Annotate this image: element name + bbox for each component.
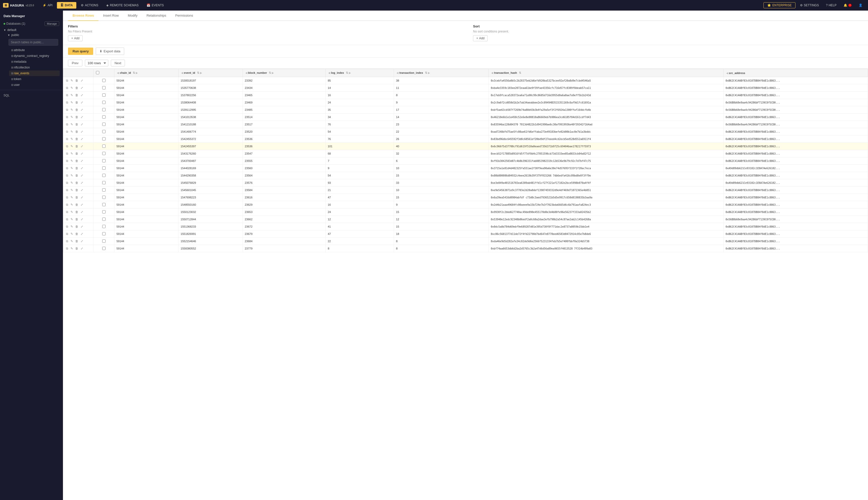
delete-row-button[interactable]: 🗑	[75, 195, 79, 200]
copy-row-button[interactable]: ⧉	[65, 195, 69, 200]
delete-row-button[interactable]: 🗑	[75, 181, 79, 185]
delete-row-button[interactable]: 🗑	[75, 137, 79, 141]
row-checkbox[interactable]	[102, 167, 105, 170]
edit-row-button[interactable]: ✎	[70, 151, 74, 156]
manage-button[interactable]: Manage	[45, 21, 59, 26]
delete-row-button[interactable]: 🗑	[75, 144, 79, 149]
tree-public[interactable]: ▼ public	[6, 33, 61, 37]
expand-row-button[interactable]: ⤢	[80, 246, 84, 251]
edit-row-button[interactable]: ✎	[70, 202, 74, 207]
expand-row-button[interactable]: ⤢	[80, 151, 84, 156]
row-checkbox[interactable]	[102, 108, 105, 111]
copy-row-button[interactable]: ⧉	[65, 115, 69, 120]
expand-row-button[interactable]: ⤢	[80, 159, 84, 163]
edit-row-button[interactable]: ✎	[70, 195, 74, 200]
row-checkbox[interactable]	[102, 217, 105, 221]
expand-row-button[interactable]: ⤢	[80, 122, 84, 127]
delete-row-button[interactable]: 🗑	[75, 217, 79, 221]
copy-row-button[interactable]: ⧉	[65, 224, 69, 229]
delete-row-button[interactable]: 🗑	[75, 159, 79, 163]
copy-row-button[interactable]: ⧉	[65, 181, 69, 185]
edit-row-button[interactable]: ✎	[70, 93, 74, 98]
sidebar-item-token[interactable]: ⊞token	[9, 76, 60, 82]
edit-row-button[interactable]: ✎	[70, 78, 74, 83]
delete-row-button[interactable]: 🗑	[75, 224, 79, 229]
tab-permissions[interactable]: Permissions	[171, 11, 198, 21]
copy-row-button[interactable]: ⧉	[65, 100, 69, 105]
tab-modify[interactable]: Modify	[123, 11, 142, 21]
sidebar-item-metadata[interactable]: ⊞metadata	[9, 59, 60, 65]
expand-row-button[interactable]: ⤢	[80, 188, 84, 192]
row-checkbox[interactable]	[102, 159, 105, 162]
edit-row-button[interactable]: ✎	[70, 246, 74, 251]
sort-icon[interactable]: ⇅	[133, 71, 135, 74]
th-block_number[interactable]: ◀ block_number ⇅ ▶	[243, 69, 326, 77]
expand-row-button[interactable]: ⤢	[80, 217, 84, 221]
sort-icon[interactable]: ⇅	[346, 71, 348, 74]
expand-row-button[interactable]: ⤢	[80, 78, 84, 83]
edit-row-button[interactable]: ✎	[70, 159, 74, 163]
search-tables-input[interactable]	[9, 39, 58, 46]
rows-per-page-select[interactable]: 100 rows 50 rows 200 rows	[85, 60, 108, 67]
tab-relationships[interactable]: Relationships	[142, 11, 171, 21]
sort-icon[interactable]: ⇅	[519, 71, 521, 74]
delete-row-button[interactable]: 🗑	[75, 107, 79, 112]
expand-row-button[interactable]: ⤢	[80, 129, 84, 134]
edit-row-button[interactable]: ✎	[70, 100, 74, 105]
delete-row-button[interactable]: 🗑	[75, 210, 79, 214]
th-log_index[interactable]: ◀ log_index ⇅ ▶	[326, 69, 394, 77]
copy-row-button[interactable]: ⧉	[65, 107, 69, 112]
row-checkbox[interactable]	[102, 203, 105, 206]
sort-icon[interactable]: ⇅	[197, 71, 199, 74]
copy-row-button[interactable]: ⧉	[65, 137, 69, 141]
prev-button[interactable]: Prev	[68, 60, 82, 67]
row-checkbox[interactable]	[102, 174, 105, 177]
expand-row-button[interactable]: ⤢	[80, 137, 84, 141]
expand-row-button[interactable]: ⤢	[80, 93, 84, 98]
notification-bell[interactable]: 🔔 7	[841, 2, 854, 8]
copy-row-button[interactable]: ⧉	[65, 173, 69, 178]
row-checkbox[interactable]	[102, 130, 105, 133]
edit-row-button[interactable]: ✎	[70, 86, 74, 90]
copy-row-button[interactable]: ⧉	[65, 246, 69, 251]
select-all-checkbox[interactable]	[96, 71, 99, 74]
row-checkbox[interactable]	[102, 115, 105, 118]
row-checkbox[interactable]	[102, 145, 105, 148]
delete-row-button[interactable]: 🗑	[75, 166, 79, 170]
nav-api[interactable]: ⚡ API	[39, 2, 56, 9]
delete-row-button[interactable]: 🗑	[75, 239, 79, 243]
edit-row-button[interactable]: ✎	[70, 231, 74, 236]
sidebar-item-user[interactable]: ⊞user	[9, 82, 60, 88]
sort-add-button[interactable]: + Add	[473, 35, 488, 41]
sort-icon[interactable]: ⇅	[269, 71, 271, 74]
copy-row-button[interactable]: ⧉	[65, 202, 69, 207]
edit-row-button[interactable]: ✎	[70, 188, 74, 192]
copy-row-button[interactable]: ⧉	[65, 239, 69, 243]
sort-icon[interactable]: ⇅	[425, 71, 427, 74]
copy-row-button[interactable]: ⧉	[65, 129, 69, 134]
edit-row-button[interactable]: ✎	[70, 115, 74, 120]
user-avatar[interactable]: 👤	[856, 2, 865, 8]
settings-link[interactable]: ⚙ SETTINGS	[798, 2, 821, 8]
edit-row-button[interactable]: ✎	[70, 239, 74, 243]
copy-row-button[interactable]: ⧉	[65, 93, 69, 98]
sidebar-item-dynamic_contract_registry[interactable]: ⊞dynamic_contract_registry	[9, 53, 60, 59]
delete-row-button[interactable]: 🗑	[75, 93, 79, 98]
copy-row-button[interactable]: ⧉	[65, 210, 69, 214]
copy-row-button[interactable]: ⧉	[65, 122, 69, 127]
row-checkbox[interactable]	[102, 137, 105, 140]
edit-row-button[interactable]: ✎	[70, 107, 74, 112]
th-chain_id[interactable]: ◀ chain_id ⇅ ▶	[114, 69, 179, 77]
row-checkbox[interactable]	[102, 225, 105, 228]
expand-row-button[interactable]: ⤢	[80, 195, 84, 200]
row-checkbox[interactable]	[102, 93, 105, 97]
edit-row-button[interactable]: ✎	[70, 217, 74, 221]
expand-row-button[interactable]: ⤢	[80, 100, 84, 105]
row-checkbox[interactable]	[102, 152, 105, 155]
sidebar-item-nftcollection[interactable]: ⊞nftcollection	[9, 65, 60, 70]
filters-add-button[interactable]: + Add	[68, 35, 83, 41]
delete-row-button[interactable]: 🗑	[75, 188, 79, 192]
expand-row-button[interactable]: ⤢	[80, 210, 84, 214]
help-link[interactable]: ? HELP	[823, 2, 839, 8]
row-checkbox[interactable]	[102, 196, 105, 199]
